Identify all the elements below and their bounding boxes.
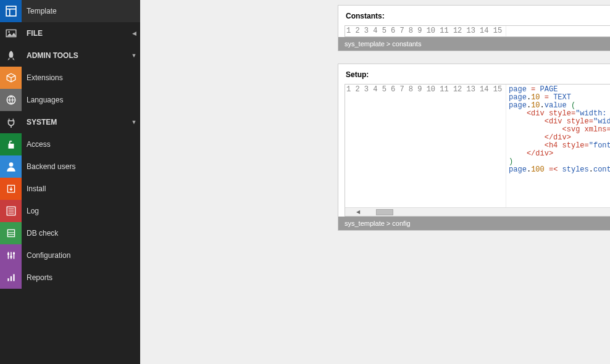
content-column: Constants: 1 2 3 4 5 6 7 8 9 10 11 12 13… [338, 0, 610, 364]
setup-title: Setup: [338, 64, 610, 84]
constants-title: Constants: [338, 6, 610, 25]
app-root: Template FILE ◀ ADMIN TOOLS ▼ Extensions [0, 0, 610, 364]
database-icon [0, 222, 22, 244]
image-icon [0, 22, 22, 44]
sidebar-label: ADMIN TOOLS [22, 51, 128, 60]
sliders-icon [0, 244, 22, 267]
sidebar-label: DB check [22, 229, 140, 238]
sidebar-label: Install [22, 184, 140, 193]
rocket-icon [0, 44, 22, 67]
constants-linenumbers: 1 2 3 4 5 6 7 8 9 10 11 12 13 14 15 [345, 26, 506, 36]
constants-panel: Constants: 1 2 3 4 5 6 7 8 9 10 11 12 13… [338, 5, 610, 51]
sidebar-label: Template [22, 7, 140, 15]
sidebar-group-system[interactable]: SYSTEM ▼ [0, 111, 140, 133]
sidebar-item-template[interactable]: Template [0, 0, 140, 22]
sidebar-item-log[interactable]: Log [0, 200, 140, 222]
svg-point-7 [9, 162, 13, 167]
main-area: Constants: 1 2 3 4 5 6 7 8 9 10 11 12 13… [140, 0, 610, 364]
package-icon [0, 67, 22, 89]
constants-code[interactable] [506, 26, 610, 36]
setup-panel: Setup: 1 2 3 4 5 6 7 8 9 10 11 12 13 14 … [338, 64, 610, 231]
sidebar-group-admin-tools[interactable]: ADMIN TOOLS ▼ [0, 44, 140, 67]
chart-icon [0, 267, 22, 289]
chevron-down-icon: ▼ [128, 119, 140, 125]
scroll-thumb[interactable] [376, 209, 393, 215]
breadcrumb-bar: Template [1] [338, 243, 610, 257]
sidebar-label: Access [22, 140, 140, 149]
sidebar-item-extensions[interactable]: Extensions [0, 67, 140, 89]
sidebar-item-install[interactable]: Install [0, 178, 140, 200]
svg-point-19 [7, 253, 9, 255]
sidebar-label: SYSTEM [22, 118, 128, 126]
chevron-down-icon: ▼ [128, 52, 140, 59]
svg-point-4 [8, 31, 10, 33]
svg-rect-13 [7, 230, 14, 236]
constants-footer: sys_template > constants [338, 37, 610, 51]
sidebar-label: Configuration [22, 251, 140, 260]
svg-rect-24 [13, 274, 14, 281]
sidebar-item-configuration[interactable]: Configuration [0, 244, 140, 267]
sidebar-label: Reports [22, 273, 140, 282]
main-gutter [140, 0, 338, 364]
svg-rect-0 [6, 6, 16, 16]
template-icon [0, 0, 22, 22]
svg-rect-23 [10, 276, 11, 281]
constants-editor[interactable]: 1 2 3 4 5 6 7 8 9 10 11 12 13 14 15 [345, 25, 610, 37]
globe-icon [0, 89, 22, 111]
svg-rect-6 [8, 144, 14, 149]
sidebar-item-languages[interactable]: Languages [0, 89, 140, 111]
scroll-left-icon[interactable]: ◀ [354, 208, 362, 217]
sidebar-label: Log [22, 207, 140, 215]
list-icon [0, 200, 22, 222]
plug-icon [0, 111, 22, 133]
setup-horizontal-scrollbar[interactable]: ◀ ▶ [345, 207, 610, 216]
lock-open-icon [0, 133, 22, 155]
sidebar-label: Backend users [22, 162, 140, 171]
user-icon [0, 155, 22, 178]
svg-point-21 [12, 252, 14, 254]
setup-footer: sys_template > config [338, 217, 610, 230]
sidebar-item-access[interactable]: Access [0, 133, 140, 155]
sidebar-label: Languages [22, 96, 140, 104]
sidebar-item-backend-users[interactable]: Backend users [0, 155, 140, 178]
setup-linenumbers: 1 2 3 4 5 6 7 8 9 10 11 12 13 14 15 [345, 85, 506, 207]
svg-rect-22 [7, 278, 9, 281]
sidebar-group-file[interactable]: FILE ◀ [0, 22, 140, 44]
install-icon [0, 178, 22, 200]
sidebar-label: FILE [22, 29, 128, 38]
svg-point-20 [10, 256, 12, 258]
sidebar-item-reports[interactable]: Reports [0, 267, 140, 289]
setup-editor[interactable]: 1 2 3 4 5 6 7 8 9 10 11 12 13 14 15 page… [345, 84, 610, 217]
setup-code[interactable]: page = PAGE page.10 = TEXT page.10.value… [506, 85, 610, 207]
sidebar-item-db-check[interactable]: DB check [0, 222, 140, 244]
chevron-left-icon: ◀ [128, 30, 140, 36]
sidebar: Template FILE ◀ ADMIN TOOLS ▼ Extensions [0, 0, 140, 364]
sidebar-label: Extensions [22, 73, 140, 82]
